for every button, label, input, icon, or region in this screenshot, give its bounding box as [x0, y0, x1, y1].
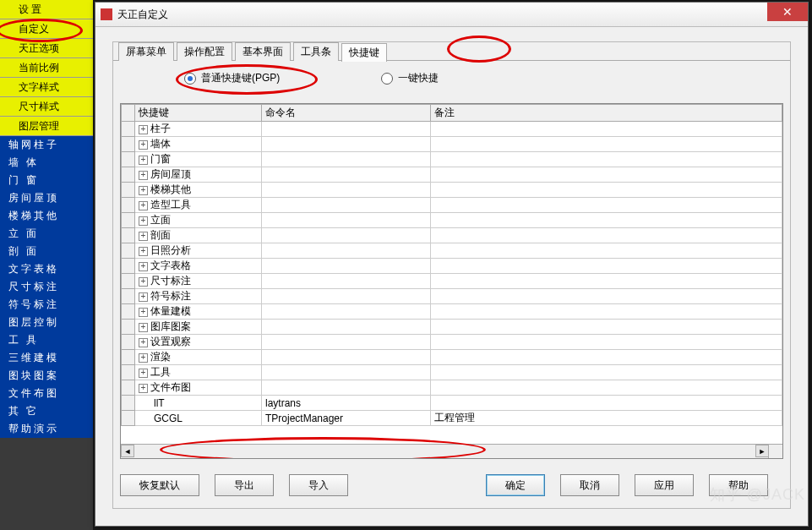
table-row[interactable]: +渲染 — [122, 350, 782, 365]
cell-remark[interactable] — [431, 183, 782, 198]
cell-remark[interactable] — [431, 289, 782, 304]
sidebar-blue-3[interactable]: 房间屋顶 — [0, 189, 93, 207]
cell-shortcut[interactable]: +造型工具 — [135, 198, 262, 213]
cell-remark[interactable] — [431, 243, 782, 259]
cell-remark[interactable] — [431, 228, 782, 243]
cell-command[interactable] — [262, 259, 431, 274]
sidebar-yellow-3[interactable]: 当前比例 — [0, 58, 93, 78]
cell-remark[interactable] — [431, 335, 782, 350]
cell-command[interactable] — [262, 243, 431, 259]
expand-icon[interactable]: + — [139, 232, 148, 241]
cell-remark[interactable] — [431, 274, 782, 289]
scroll-left-icon[interactable]: ◄ — [121, 445, 134, 457]
table-row[interactable]: +楼梯其他 — [122, 183, 782, 198]
expand-icon[interactable]: + — [139, 277, 148, 287]
table-row[interactable]: +房间屋顶 — [122, 167, 782, 183]
sidebar-blue-7[interactable]: 文字表格 — [0, 260, 93, 278]
cell-command[interactable] — [262, 152, 431, 167]
ok-button[interactable]: 确定 — [486, 474, 545, 496]
cell-shortcut[interactable]: +文件布图 — [135, 380, 262, 396]
import-button[interactable]: 导入 — [289, 474, 348, 496]
cell-remark[interactable] — [431, 152, 782, 167]
cell-command[interactable] — [262, 380, 431, 396]
cell-command[interactable] — [262, 304, 431, 320]
expand-icon[interactable]: + — [139, 369, 148, 378]
table-row[interactable]: +柱子 — [122, 122, 782, 137]
cell-shortcut[interactable]: +墙体 — [135, 137, 262, 152]
table-row[interactable]: +符号标注 — [122, 289, 782, 304]
scroll-right-icon[interactable]: ► — [755, 445, 769, 457]
sidebar-blue-1[interactable]: 墙 体 — [0, 154, 93, 172]
table-row[interactable]: +剖面 — [122, 228, 782, 243]
cell-shortcut[interactable]: +日照分析 — [135, 243, 262, 259]
sidebar-yellow-6[interactable]: 图层管理 — [0, 117, 93, 136]
cell-command[interactable] — [262, 228, 431, 243]
cell-shortcut[interactable]: +文字表格 — [135, 259, 262, 274]
table-row[interactable]: +墙体 — [122, 137, 782, 152]
close-button[interactable]: ✕ — [767, 3, 808, 21]
expand-icon[interactable]: + — [139, 292, 148, 302]
cell-remark[interactable] — [431, 380, 782, 396]
cell-shortcut[interactable]: +剖面 — [135, 228, 262, 243]
table-row[interactable]: GCGLTProjectManager工程管理 — [122, 411, 782, 426]
cell-shortcut[interactable]: +图库图案 — [135, 320, 262, 335]
cell-shortcut[interactable]: +尺寸标注 — [135, 274, 262, 289]
sidebar-blue-0[interactable]: 轴网柱子 — [0, 136, 93, 154]
cell-remark[interactable] — [431, 320, 782, 335]
apply-button[interactable]: 应用 — [635, 474, 694, 496]
sidebar-blue-2[interactable]: 门 窗 — [0, 172, 93, 189]
cell-shortcut[interactable]: +立面 — [135, 213, 262, 228]
cell-command[interactable] — [262, 183, 431, 198]
cell-command[interactable] — [262, 198, 431, 213]
sidebar-blue-11[interactable]: 工 具 — [0, 331, 93, 349]
sidebar-blue-16[interactable]: 帮助演示 — [0, 420, 93, 438]
tab-3[interactable]: 工具条 — [293, 42, 339, 61]
cell-command[interactable] — [262, 274, 431, 289]
col-header-1[interactable]: 快捷键 — [135, 105, 262, 122]
cell-command[interactable]: TProjectManager — [262, 411, 431, 426]
table-row[interactable]: +尺寸标注 — [122, 274, 782, 289]
table-row[interactable]: +图库图案 — [122, 320, 782, 335]
sidebar-yellow-5[interactable]: 尺寸样式 — [0, 97, 93, 117]
help-button[interactable]: 帮助 — [709, 474, 768, 496]
sidebar-blue-12[interactable]: 三维建模 — [0, 349, 93, 367]
sidebar-blue-10[interactable]: 图层控制 — [0, 314, 93, 331]
cell-shortcut[interactable]: llT — [135, 396, 262, 411]
cell-remark[interactable] — [431, 213, 782, 228]
expand-icon[interactable]: + — [139, 171, 148, 180]
cell-shortcut[interactable]: +设置观察 — [135, 335, 262, 350]
sidebar-blue-5[interactable]: 立 面 — [0, 225, 93, 243]
cell-command[interactable] — [262, 137, 431, 152]
table-row[interactable]: llTlaytrans — [122, 396, 782, 411]
cell-command[interactable] — [262, 365, 431, 380]
sidebar-blue-14[interactable]: 文件布图 — [0, 385, 93, 402]
sidebar-yellow-0[interactable]: 设 置 — [0, 0, 93, 19]
sidebar-yellow-1[interactable]: 自定义 — [0, 19, 93, 39]
cell-shortcut[interactable]: +门窗 — [135, 152, 262, 167]
scroll-track[interactable] — [134, 445, 755, 458]
tab-2[interactable]: 基本界面 — [235, 42, 291, 61]
cell-command[interactable] — [262, 320, 431, 335]
cell-remark[interactable] — [431, 122, 782, 137]
cell-remark[interactable] — [431, 167, 782, 183]
expand-icon[interactable]: + — [139, 384, 148, 393]
reset-button[interactable]: 恢复默认 — [120, 474, 199, 496]
expand-icon[interactable]: + — [139, 262, 148, 271]
table-row[interactable]: +日照分析 — [122, 243, 782, 259]
sidebar-blue-4[interactable]: 楼梯其他 — [0, 207, 93, 225]
radio-onekey[interactable]: 一键快捷 — [381, 71, 439, 85]
expand-icon[interactable]: + — [139, 353, 148, 363]
h-scrollbar[interactable]: ◄ ► — [121, 444, 769, 458]
sidebar-blue-9[interactable]: 符号标注 — [0, 296, 93, 314]
expand-icon[interactable]: + — [139, 201, 148, 210]
cell-command[interactable] — [262, 122, 431, 137]
table-row[interactable]: +设置观察 — [122, 335, 782, 350]
table-row[interactable]: +门窗 — [122, 152, 782, 167]
table-row[interactable]: +文件布图 — [122, 380, 782, 396]
sidebar-blue-15[interactable]: 其 它 — [0, 402, 93, 420]
cell-remark[interactable] — [431, 198, 782, 213]
cell-command[interactable] — [262, 167, 431, 183]
expand-icon[interactable]: + — [139, 186, 148, 195]
cell-command[interactable] — [262, 213, 431, 228]
cell-command[interactable] — [262, 289, 431, 304]
